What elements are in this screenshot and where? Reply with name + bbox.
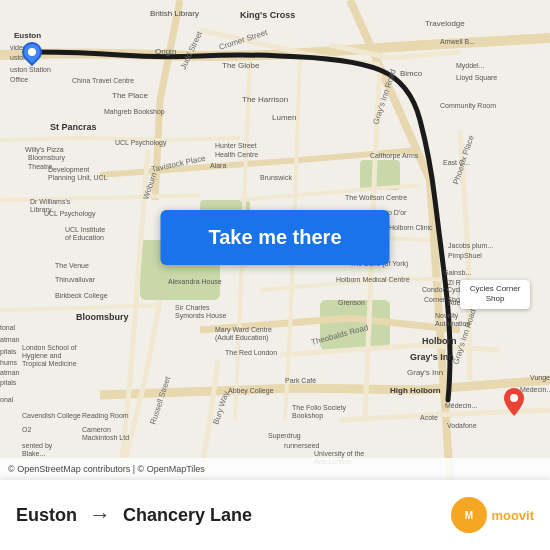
svg-text:Lloyd Square: Lloyd Square (456, 74, 497, 82)
svg-text:Euston: Euston (14, 31, 41, 40)
svg-text:onal: onal (0, 396, 14, 403)
svg-text:Cavendish College: Cavendish College (22, 412, 81, 420)
svg-text:atman: atman (0, 369, 20, 376)
svg-text:O2: O2 (22, 426, 31, 433)
svg-text:Russell Street: Russell Street (148, 375, 172, 426)
svg-text:Sir Charles: Sir Charles (175, 304, 210, 311)
svg-text:pitals: pitals (0, 348, 17, 356)
marker-inner (28, 48, 36, 56)
svg-text:The Harrison: The Harrison (242, 95, 288, 104)
svg-text:tonal: tonal (0, 324, 16, 331)
svg-text:The Folio Society: The Folio Society (292, 404, 347, 412)
svg-text:Planning Unit, UCL: Planning Unit, UCL (48, 174, 108, 182)
svg-text:Alara: Alara (210, 162, 226, 169)
svg-text:Mary Ward Centre: Mary Ward Centre (215, 326, 272, 334)
moovit-icon: M (451, 497, 487, 533)
park-grays-inn (320, 300, 390, 350)
svg-text:(Adult Education): (Adult Education) (215, 334, 269, 342)
svg-text:Calthorpe Arms: Calthorpe Arms (370, 152, 419, 160)
svg-text:UCL Institute: UCL Institute (65, 226, 105, 233)
svg-text:Origin: Origin (155, 47, 176, 56)
svg-text:Mahgreb Bookshop: Mahgreb Bookshop (104, 108, 165, 116)
map-container: Judd Street Tavistock Place Cromer Stree… (0, 0, 550, 480)
destination-marker (504, 388, 524, 420)
svg-text:hums: hums (0, 359, 18, 366)
svg-text:Gray's Inn: Gray's Inn (407, 368, 443, 377)
svg-text:of Education: of Education (65, 234, 104, 241)
svg-text:The Wolfson Centre: The Wolfson Centre (345, 194, 407, 201)
svg-text:China Travel Centre: China Travel Centre (72, 77, 134, 84)
svg-text:Development: Development (48, 166, 89, 174)
svg-text:Abbey College: Abbey College (228, 387, 274, 395)
svg-text:Bimco: Bimco (400, 69, 423, 78)
svg-text:Hygiene and: Hygiene and (22, 352, 61, 360)
moovit-text: moovit (491, 508, 534, 523)
svg-text:Alexandra House: Alexandra House (168, 278, 222, 285)
svg-text:Holborn: Holborn (422, 336, 457, 346)
svg-text:King's Cross: King's Cross (240, 10, 295, 20)
take-me-there-button[interactable]: Take me there (160, 210, 389, 265)
svg-text:sented by: sented by (22, 442, 53, 450)
svg-text:University of the: University of the (314, 450, 364, 458)
svg-text:Holborn Medical Centre: Holborn Medical Centre (336, 276, 410, 283)
svg-text:The Venue: The Venue (55, 262, 89, 269)
svg-text:Cameron: Cameron (82, 426, 111, 433)
svg-text:Bloomsbury: Bloomsbury (28, 154, 65, 162)
svg-text:Judd Street: Judd Street (179, 29, 205, 71)
svg-text:Office: Office (10, 76, 28, 83)
svg-text:Park Café: Park Café (285, 377, 316, 384)
svg-text:Acote: Acote (420, 414, 438, 421)
route-arrow: → (89, 502, 111, 528)
svg-text:Brunswick: Brunswick (260, 174, 292, 181)
map-attribution: © OpenStreetMap contributors | © OpenMap… (0, 458, 550, 480)
svg-text:Travelodge: Travelodge (425, 19, 465, 28)
svg-text:London School of: London School of (22, 344, 77, 351)
svg-text:Novelty: Novelty (435, 312, 459, 320)
svg-text:PimpShuel: PimpShuel (448, 252, 482, 260)
route-to: Chancery Lane (123, 505, 252, 526)
svg-text:Vodafone: Vodafone (447, 422, 477, 429)
svg-text:pitals: pitals (0, 379, 17, 387)
svg-text:Hunter Street: Hunter Street (215, 142, 257, 149)
svg-text:Bookshop: Bookshop (292, 412, 323, 420)
svg-text:Mackintosh Ltd: Mackintosh Ltd (82, 434, 129, 441)
svg-text:Lumen: Lumen (272, 113, 296, 122)
svg-text:Vunge: Vunge (530, 374, 550, 382)
svg-text:The Red London: The Red London (225, 349, 277, 356)
svg-point-108 (510, 394, 518, 402)
svg-text:Grenson: Grenson (338, 299, 365, 306)
svg-text:runnerseed: runnerseed (284, 442, 320, 449)
svg-text:uston Station: uston Station (10, 66, 51, 73)
svg-text:Tropical Medicine: Tropical Medicine (22, 360, 77, 368)
svg-text:East C...: East C... (443, 159, 470, 166)
svg-text:Cromer Street: Cromer Street (218, 28, 269, 52)
svg-text:British Library: British Library (150, 9, 199, 18)
svg-text:Dr Williams's: Dr Williams's (30, 198, 71, 205)
route-info: Euston → Chancery Lane (16, 502, 451, 528)
svg-text:Community Room: Community Room (440, 102, 496, 110)
svg-text:atman: atman (0, 336, 20, 343)
svg-text:Health Centre: Health Centre (215, 151, 258, 158)
svg-text:Sainsb...: Sainsb... (444, 269, 471, 276)
svg-text:Médecin...: Médecin... (445, 402, 477, 409)
svg-text:Myddel...: Myddel... (456, 62, 484, 70)
svg-text:UCL Psychology: UCL Psychology (44, 210, 96, 218)
svg-text:Reading Room: Reading Room (82, 412, 129, 420)
place-callout: Cycles Corner Shop (460, 280, 530, 309)
route-from: Euston (16, 505, 77, 526)
svg-text:The Globe: The Globe (222, 61, 260, 70)
bottom-bar: Euston → Chancery Lane M moovit (0, 480, 550, 550)
svg-text:Symonds House: Symonds House (175, 312, 226, 320)
svg-text:Superdrug: Superdrug (268, 432, 301, 440)
svg-text:High Holborn: High Holborn (390, 386, 441, 395)
svg-text:The Place: The Place (112, 91, 149, 100)
attribution-text: © OpenStreetMap contributors | © OpenMap… (8, 464, 205, 474)
svg-text:Willy's Pizza: Willy's Pizza (25, 146, 64, 154)
svg-text:Médecin...: Médecin... (520, 386, 550, 393)
svg-text:Birkbeck College: Birkbeck College (55, 292, 108, 300)
svg-text:Bloomsbury: Bloomsbury (76, 312, 129, 322)
svg-text:Jacobs plum...: Jacobs plum... (448, 242, 493, 250)
svg-text:Amwell B...: Amwell B... (440, 38, 475, 45)
svg-text:Thiruvalluvar: Thiruvalluvar (55, 276, 96, 283)
svg-text:M: M (465, 510, 473, 521)
